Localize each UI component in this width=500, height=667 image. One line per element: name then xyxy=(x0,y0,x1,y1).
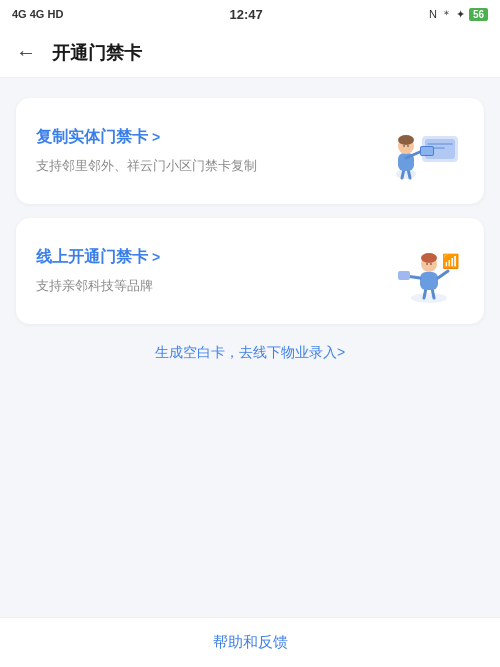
online-card-text: 线上开通门禁卡 > 支持亲邻科技等品牌 xyxy=(36,247,374,296)
online-card-chevron: > xyxy=(152,249,160,265)
status-left: 4G 4G HD xyxy=(12,8,63,20)
copy-card[interactable]: 复制实体门禁卡 > 支持邻里邻外、祥云门小区门禁卡复制 xyxy=(16,98,484,204)
footer: 帮助和反馈 xyxy=(0,617,500,667)
online-card-title-label: 线上开通门禁卡 xyxy=(36,247,148,268)
copy-card-desc: 支持邻里邻外、祥云门小区门禁卡复制 xyxy=(36,156,374,176)
svg-rect-26 xyxy=(398,271,410,280)
network-icon: N xyxy=(429,8,437,20)
status-right: N ＊ ✦ 56 xyxy=(429,7,488,22)
svg-line-20 xyxy=(438,271,448,278)
blank-card-text: 生成空白卡，去线下物业录入 xyxy=(155,344,337,360)
wifi-icon: ✦ xyxy=(456,8,465,21)
page-header: ← 开通门禁卡 xyxy=(0,28,500,78)
svg-point-15 xyxy=(411,293,447,303)
copy-card-title: 复制实体门禁卡 > xyxy=(36,127,374,148)
main-content: 复制实体门禁卡 > 支持邻里邻外、祥云门小区门禁卡复制 xyxy=(0,78,500,617)
svg-text:📶: 📶 xyxy=(442,253,460,270)
status-time: 12:47 xyxy=(230,7,263,22)
online-card-desc: 支持亲邻科技等品牌 xyxy=(36,276,374,296)
svg-rect-18 xyxy=(420,272,438,290)
svg-point-23 xyxy=(426,263,428,265)
copy-card-text: 复制实体门禁卡 > 支持邻里邻外、祥云门小区门禁卡复制 xyxy=(36,127,374,176)
battery-icon: 56 xyxy=(469,8,488,21)
svg-point-22 xyxy=(421,253,437,263)
signal-text: 4G 4G HD xyxy=(12,8,63,20)
copy-card-illustration xyxy=(384,116,464,186)
back-button[interactable]: ← xyxy=(16,41,36,64)
svg-rect-14 xyxy=(421,147,433,155)
svg-point-10 xyxy=(398,135,414,145)
online-card-illustration: 📶 xyxy=(384,236,464,306)
svg-point-24 xyxy=(430,263,432,265)
online-card-title: 线上开通门禁卡 > xyxy=(36,247,374,268)
copy-card-chevron: > xyxy=(152,129,160,145)
help-feedback-link[interactable]: 帮助和反馈 xyxy=(213,633,288,652)
bluetooth-icon: ＊ xyxy=(441,7,452,22)
online-card[interactable]: 线上开通门禁卡 > 支持亲邻科技等品牌 xyxy=(16,218,484,324)
blank-card-link[interactable]: 生成空白卡，去线下物业录入> xyxy=(16,344,484,362)
blank-card-chevron: > xyxy=(337,344,345,360)
svg-point-11 xyxy=(403,145,405,147)
page-title: 开通门禁卡 xyxy=(52,41,142,65)
status-bar: 4G 4G HD 12:47 N ＊ ✦ 56 xyxy=(0,0,500,28)
copy-card-title-label: 复制实体门禁卡 xyxy=(36,127,148,148)
svg-point-12 xyxy=(407,145,409,147)
